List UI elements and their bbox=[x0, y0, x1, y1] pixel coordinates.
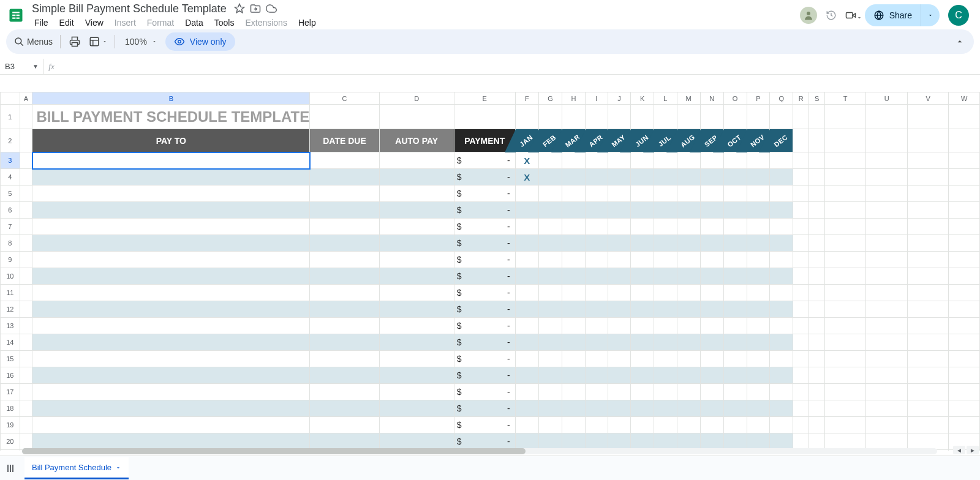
cell-J8[interactable] bbox=[608, 235, 630, 252]
cell-C7[interactable] bbox=[310, 219, 380, 235]
cell-J18[interactable] bbox=[608, 400, 630, 417]
cell-H9[interactable] bbox=[562, 252, 585, 268]
cell-R3[interactable] bbox=[793, 152, 809, 169]
cell-F15[interactable] bbox=[515, 351, 538, 367]
cell-S12[interactable] bbox=[809, 301, 825, 318]
cell-O6[interactable] bbox=[723, 202, 747, 219]
cell-L1[interactable] bbox=[654, 105, 677, 129]
cell-S14[interactable] bbox=[809, 334, 825, 351]
cell-W4[interactable] bbox=[949, 169, 980, 186]
cell-M5[interactable] bbox=[677, 186, 700, 202]
cell-R15[interactable] bbox=[793, 351, 809, 367]
cell-M4[interactable] bbox=[677, 169, 700, 186]
row-header-15[interactable]: 15 bbox=[1, 351, 20, 367]
cell-R20[interactable] bbox=[793, 433, 809, 450]
row-header-20[interactable]: 20 bbox=[1, 433, 20, 450]
cell-P9[interactable] bbox=[747, 252, 770, 268]
cell-G9[interactable] bbox=[538, 252, 562, 268]
anonymous-avatar[interactable] bbox=[800, 7, 817, 24]
cell-T15[interactable] bbox=[824, 351, 865, 367]
cell-J15[interactable] bbox=[608, 351, 630, 367]
cell-M8[interactable] bbox=[677, 235, 700, 252]
cell-E15[interactable]: $- bbox=[454, 351, 515, 367]
cell-U2[interactable] bbox=[866, 129, 908, 152]
cell-U3[interactable] bbox=[866, 152, 908, 169]
row-header-16[interactable]: 16 bbox=[1, 367, 20, 384]
cell-N6[interactable] bbox=[700, 202, 723, 219]
cell-R7[interactable] bbox=[793, 219, 809, 235]
menu-tools[interactable]: Tools bbox=[209, 17, 239, 29]
cell-H5[interactable] bbox=[562, 186, 585, 202]
cell-D20[interactable] bbox=[379, 433, 454, 450]
cell-I9[interactable] bbox=[585, 252, 608, 268]
cell-B14[interactable] bbox=[32, 334, 310, 351]
cell-O4[interactable] bbox=[723, 169, 747, 186]
cell-P5[interactable] bbox=[747, 186, 770, 202]
cell-F19[interactable] bbox=[515, 417, 538, 433]
col-header-G[interactable]: G bbox=[538, 92, 562, 105]
cell-P1[interactable] bbox=[747, 105, 770, 129]
row-header-2[interactable]: 2 bbox=[1, 129, 20, 152]
cell-W14[interactable] bbox=[949, 334, 980, 351]
col-header-E[interactable]: E bbox=[454, 92, 515, 105]
cell-D13[interactable] bbox=[379, 318, 454, 334]
cell-U6[interactable] bbox=[866, 202, 908, 219]
cell-G1[interactable] bbox=[538, 105, 562, 129]
cell-S9[interactable] bbox=[809, 252, 825, 268]
cell-S6[interactable] bbox=[809, 202, 825, 219]
cell-W13[interactable] bbox=[949, 318, 980, 334]
cell-U15[interactable] bbox=[866, 351, 908, 367]
cell-E10[interactable]: $- bbox=[454, 268, 515, 285]
row-header-1[interactable]: 1 bbox=[1, 105, 20, 129]
cell-T14[interactable] bbox=[824, 334, 865, 351]
cell-C13[interactable] bbox=[310, 318, 380, 334]
cell-G6[interactable] bbox=[538, 202, 562, 219]
cell-Q2[interactable]: DEC bbox=[770, 129, 793, 152]
cell-N16[interactable] bbox=[700, 367, 723, 384]
cell-P12[interactable] bbox=[747, 301, 770, 318]
cell-T16[interactable] bbox=[824, 367, 865, 384]
cell-P19[interactable] bbox=[747, 417, 770, 433]
cell-I17[interactable] bbox=[585, 384, 608, 400]
cell-F3[interactable]: X bbox=[515, 152, 538, 169]
cell-N19[interactable] bbox=[700, 417, 723, 433]
cell-R19[interactable] bbox=[793, 417, 809, 433]
cell-H7[interactable] bbox=[562, 219, 585, 235]
cell-R8[interactable] bbox=[793, 235, 809, 252]
cell-I18[interactable] bbox=[585, 400, 608, 417]
cell-Q9[interactable] bbox=[770, 252, 793, 268]
cell-H16[interactable] bbox=[562, 367, 585, 384]
cell-U5[interactable] bbox=[866, 186, 908, 202]
move-icon[interactable] bbox=[250, 3, 261, 14]
cell-O10[interactable] bbox=[723, 268, 747, 285]
cell-O18[interactable] bbox=[723, 400, 747, 417]
cell-D9[interactable] bbox=[379, 252, 454, 268]
cell-K5[interactable] bbox=[631, 186, 654, 202]
cell-L8[interactable] bbox=[654, 235, 677, 252]
cell-V17[interactable] bbox=[907, 384, 948, 400]
cell-T2[interactable] bbox=[824, 129, 865, 152]
cell-D17[interactable] bbox=[379, 384, 454, 400]
cell-F9[interactable] bbox=[515, 252, 538, 268]
cell-D12[interactable] bbox=[379, 301, 454, 318]
cell-J14[interactable] bbox=[608, 334, 630, 351]
cell-P10[interactable] bbox=[747, 268, 770, 285]
cell-B15[interactable] bbox=[32, 351, 310, 367]
row-header-11[interactable]: 11 bbox=[1, 285, 20, 301]
cell-V8[interactable] bbox=[907, 235, 948, 252]
cell-V9[interactable] bbox=[907, 252, 948, 268]
cell-D19[interactable] bbox=[379, 417, 454, 433]
cell-T12[interactable] bbox=[824, 301, 865, 318]
cell-I19[interactable] bbox=[585, 417, 608, 433]
cell-R11[interactable] bbox=[793, 285, 809, 301]
cell-F1[interactable] bbox=[515, 105, 538, 129]
cell-S3[interactable] bbox=[809, 152, 825, 169]
cell-H1[interactable] bbox=[562, 105, 585, 129]
col-header-J[interactable]: J bbox=[608, 92, 630, 105]
cell-W15[interactable] bbox=[949, 351, 980, 367]
cell-J5[interactable] bbox=[608, 186, 630, 202]
name-box[interactable]: B3 ▼ bbox=[0, 59, 44, 74]
cell-S20[interactable] bbox=[809, 433, 825, 450]
cell-A4[interactable] bbox=[20, 169, 32, 186]
cell-J7[interactable] bbox=[608, 219, 630, 235]
